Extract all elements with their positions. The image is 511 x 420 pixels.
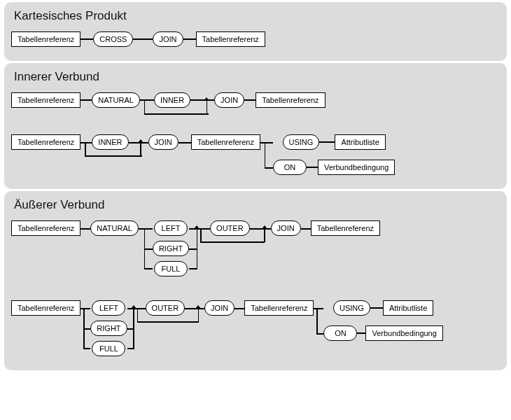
row-natural-inner: Tabellenreferenz NATURAL INNER JOIN Tabe…	[11, 92, 500, 108]
join-cond: Verbundbedingung	[318, 160, 395, 175]
table-ref: Tabellenreferenz	[196, 31, 265, 47]
table-ref: Tabellenreferenz	[255, 92, 325, 108]
keyword-natural: NATURAL	[90, 220, 139, 236]
keyword-right: RIGHT	[153, 241, 189, 256]
table-ref: Tabellenreferenz	[11, 300, 80, 316]
table-ref: Tabellenreferenz	[311, 220, 380, 236]
panel-outer: Äußerer Verbund Tabellenreferenz NATURAL…	[4, 191, 507, 370]
keyword-join: JOIN	[214, 92, 244, 108]
attr-list: Attributliste	[383, 300, 433, 316]
keyword-left: LEFT	[92, 300, 125, 316]
keyword-cross: CROSS	[93, 31, 133, 47]
keyword-left: LEFT	[154, 220, 188, 236]
keyword-join: JOIN	[271, 220, 301, 236]
keyword-inner: INNER	[92, 134, 128, 150]
keyword-join: JOIN	[153, 31, 183, 47]
panel-inner: Innerer Verbund Tabellenreferenz NATURAL…	[4, 63, 507, 189]
keyword-outer: OUTER	[210, 220, 250, 236]
keyword-join: JOIN	[204, 300, 234, 316]
keyword-full: FULL	[154, 261, 188, 276]
row-natural-outer: Tabellenreferenz NATURAL LEFT RIGHT FULL…	[11, 220, 500, 276]
panel-title: Äußerer Verbund	[14, 198, 500, 212]
keyword-outer: OUTER	[146, 300, 186, 316]
table-ref: Tabellenreferenz	[191, 134, 260, 150]
table-ref: Tabellenreferenz	[11, 92, 80, 108]
join-cond: Verbundbedingung	[365, 326, 442, 341]
row-outer-using-on: Tabellenreferenz LEFT RIGHT FULL OUTER J	[11, 300, 500, 356]
table-ref: Tabellenreferenz	[11, 134, 80, 150]
panel-cartesian: Kartesisches Produkt Tabellenreferenz CR…	[4, 2, 507, 61]
keyword-join: JOIN	[148, 134, 178, 150]
panel-title: Kartesisches Produkt	[14, 9, 500, 23]
row-inner-using-on: Tabellenreferenz INNER JOIN Tabellenrefe…	[11, 134, 500, 175]
keyword-using: USING	[283, 134, 320, 150]
keyword-full: FULL	[92, 341, 125, 356]
attr-list: Attributliste	[335, 134, 385, 150]
table-ref: Tabellenreferenz	[11, 220, 80, 236]
keyword-on: ON	[323, 326, 357, 341]
keyword-using: USING	[333, 300, 370, 316]
keyword-right: RIGHT	[90, 321, 127, 336]
panel-title: Innerer Verbund	[14, 70, 500, 84]
table-ref: Tabellenreferenz	[244, 300, 314, 316]
keyword-inner: INNER	[154, 92, 190, 108]
table-ref: Tabellenreferenz	[11, 31, 80, 47]
row-cross-join: Tabellenreferenz CROSS JOIN Tabellenrefe…	[11, 31, 500, 47]
keyword-natural: NATURAL	[92, 92, 140, 108]
keyword-on: ON	[273, 160, 307, 175]
